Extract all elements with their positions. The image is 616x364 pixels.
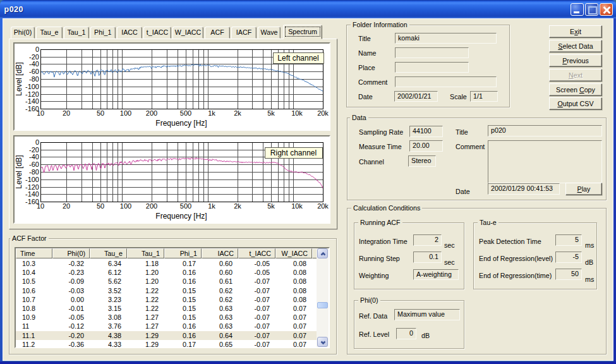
svg-text:20k: 20k — [317, 202, 329, 210]
svg-text:-40: -40 — [29, 153, 39, 161]
svg-text:100: 100 — [120, 202, 131, 210]
svg-text:0: 0 — [35, 46, 39, 53]
svg-text:2k: 2k — [234, 109, 241, 117]
svg-text:5k: 5k — [267, 109, 275, 117]
svg-text:200: 200 — [146, 202, 157, 210]
svg-text:100: 100 — [120, 109, 131, 117]
svg-text:Frequency [Hz]: Frequency [Hz] — [155, 119, 207, 128]
svg-text:20k: 20k — [317, 109, 329, 117]
svg-text:10k: 10k — [291, 202, 303, 210]
svg-text:-100: -100 — [25, 176, 39, 183]
svg-text:1k: 1k — [208, 202, 215, 210]
svg-text:10k: 10k — [291, 109, 303, 117]
svg-text:-140: -140 — [25, 190, 39, 198]
svg-text:20: 20 — [63, 109, 70, 117]
svg-text:500: 500 — [180, 109, 191, 117]
svg-text:-60: -60 — [29, 161, 39, 168]
svg-text:-60: -60 — [29, 68, 39, 75]
svg-text:Right channel: Right channel — [270, 149, 317, 157]
svg-text:Left channel: Left channel — [277, 54, 318, 63]
svg-text:Level [dB]: Level [dB] — [15, 62, 23, 95]
svg-text:50: 50 — [97, 202, 104, 210]
svg-text:-140: -140 — [25, 97, 39, 105]
svg-text:50: 50 — [97, 109, 104, 117]
svg-text:Frequency [Hz]: Frequency [Hz] — [155, 212, 207, 221]
svg-text:10: 10 — [37, 109, 44, 117]
svg-text:500: 500 — [180, 202, 191, 210]
svg-text:-80: -80 — [29, 75, 39, 83]
svg-text:20: 20 — [63, 202, 70, 210]
svg-text:Level [dB]: Level [dB] — [15, 155, 23, 188]
svg-text:1k: 1k — [208, 109, 215, 117]
svg-text:200: 200 — [146, 109, 157, 117]
svg-text:-40: -40 — [29, 60, 39, 68]
svg-text:10: 10 — [37, 202, 44, 210]
svg-text:-100: -100 — [25, 83, 39, 90]
svg-text:0: 0 — [35, 138, 39, 146]
svg-text:5k: 5k — [267, 202, 275, 210]
svg-text:2k: 2k — [234, 202, 241, 210]
svg-text:-80: -80 — [29, 168, 39, 176]
